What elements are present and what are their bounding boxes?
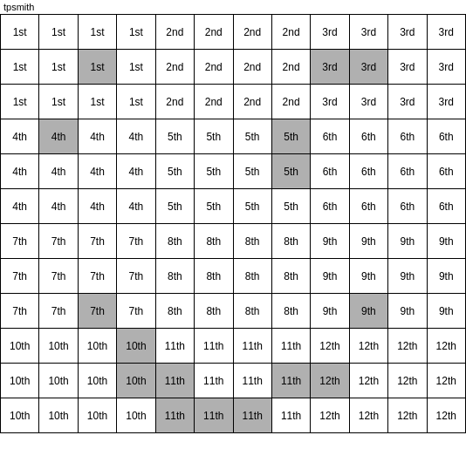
table-row: 2nd [234, 50, 272, 85]
table-row: 1st [117, 50, 155, 85]
table-row: 3rd [428, 50, 466, 85]
table-row: 3rd [311, 15, 349, 50]
table-row: 10th [1, 364, 39, 398]
table-row: 12th [428, 329, 466, 364]
table-row: 12th [350, 329, 388, 364]
table-row: 7th [1, 259, 39, 294]
table-row: 4th [1, 189, 39, 224]
table-row: 8th [272, 224, 311, 259]
table-row: 5th [272, 189, 311, 224]
table-row: 10th [79, 329, 117, 364]
table-row: 5th [156, 119, 195, 154]
table-row: 11th [195, 364, 233, 398]
grid-container: 1st1st1st1st2nd2nd2nd2nd3rd3rd3rd3rd1st1… [0, 14, 466, 433]
table-row: 3rd [388, 15, 427, 50]
table-row: 7th [39, 224, 78, 259]
table-row: 9th [388, 294, 427, 329]
table-row: 8th [195, 224, 233, 259]
table-row: 1st [39, 85, 78, 119]
table-row: 1st [1, 15, 39, 50]
table-row: 12th [428, 364, 466, 398]
table-row: 10th [39, 329, 78, 364]
table-row: 8th [156, 294, 195, 329]
table-row: 6th [311, 154, 349, 189]
table-row: 8th [272, 259, 311, 294]
table-row: 1st [39, 15, 78, 50]
table-row: 11th [272, 329, 311, 364]
table-row: 1st [79, 85, 117, 119]
table-row: 4th [39, 189, 78, 224]
table-row: 10th [1, 329, 39, 364]
table-row: 12th [311, 329, 349, 364]
table-row: 8th [234, 259, 272, 294]
table-row: 10th [117, 398, 155, 433]
table-row: 9th [350, 294, 388, 329]
table-row: 6th [428, 189, 466, 224]
table-row: 11th [234, 364, 272, 398]
table-row: 6th [388, 154, 427, 189]
table-row: 9th [311, 224, 349, 259]
table-row: 1st [1, 50, 39, 85]
table-row: 3rd [350, 15, 388, 50]
table-row: 9th [428, 259, 466, 294]
table-row: 4th [39, 154, 78, 189]
table-row: 9th [311, 259, 349, 294]
table-row: 6th [388, 119, 427, 154]
table-row: 7th [1, 294, 39, 329]
table-row: 5th [195, 119, 233, 154]
table-row: 11th [195, 398, 233, 433]
table-row: 11th [272, 398, 311, 433]
table-row: 3rd [350, 85, 388, 119]
table-row: 4th [117, 154, 155, 189]
table-row: 3rd [311, 50, 349, 85]
table-row: 12th [388, 398, 427, 433]
table-row: 2nd [234, 15, 272, 50]
table-row: 2nd [195, 15, 233, 50]
table-row: 5th [195, 154, 233, 189]
table-row: 11th [195, 329, 233, 364]
table-row: 11th [156, 398, 195, 433]
table-row: 4th [117, 189, 155, 224]
table-row: 10th [117, 329, 155, 364]
table-row: 6th [388, 189, 427, 224]
table-row: 1st [39, 50, 78, 85]
table-row: 1st [79, 15, 117, 50]
table-row: 11th [234, 398, 272, 433]
table-row: 8th [156, 224, 195, 259]
table-row: 4th [1, 154, 39, 189]
table-row: 3rd [388, 85, 427, 119]
table-row: 5th [272, 154, 311, 189]
table-row: 9th [311, 294, 349, 329]
table-row: 10th [1, 398, 39, 433]
table-row: 4th [79, 189, 117, 224]
table-row: 4th [79, 154, 117, 189]
table-row: 6th [311, 119, 349, 154]
table-row: 9th [350, 224, 388, 259]
table-row: 1st [1, 85, 39, 119]
table-row: 6th [350, 189, 388, 224]
table-row: 8th [195, 294, 233, 329]
table-row: 11th [234, 329, 272, 364]
table-row: 2nd [156, 15, 195, 50]
table-row: 5th [195, 189, 233, 224]
table-row: 3rd [428, 15, 466, 50]
table-row: 2nd [156, 50, 195, 85]
table-row: 2nd [156, 85, 195, 119]
table-row: 8th [156, 259, 195, 294]
table-row: 5th [156, 189, 195, 224]
table-row: 5th [234, 154, 272, 189]
table-row: 2nd [195, 85, 233, 119]
table-row: 2nd [272, 50, 311, 85]
table-row: 3rd [388, 50, 427, 85]
table-row: 3rd [311, 85, 349, 119]
table-row: 12th [311, 398, 349, 433]
table-row: 4th [1, 119, 39, 154]
table-row: 9th [428, 224, 466, 259]
title-bar: tpsmith [0, 0, 466, 14]
table-row: 7th [39, 294, 78, 329]
table-row: 12th [350, 398, 388, 433]
table-row: 8th [234, 224, 272, 259]
table-row: 2nd [195, 50, 233, 85]
table-row: 6th [428, 119, 466, 154]
table-row: 7th [79, 224, 117, 259]
